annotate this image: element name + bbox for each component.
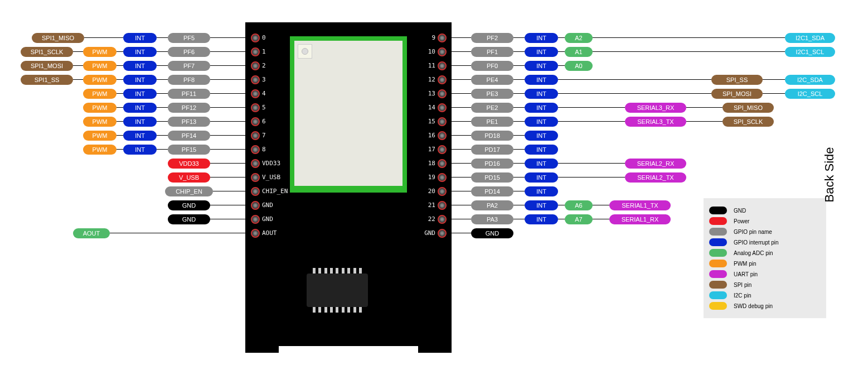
wire: [593, 37, 785, 38]
pin-label-gpio: PF7: [168, 61, 210, 71]
wire: [686, 121, 722, 122]
wire: [593, 219, 609, 219]
pin-label-i2c: I2C1_SCL: [785, 47, 835, 57]
pin-label-pwm: PWM: [83, 145, 117, 155]
wire: [513, 121, 525, 122]
pin-label-int: INT: [525, 172, 558, 183]
pin-hole-icon: [251, 33, 260, 42]
pin-label-gpio: PF11: [168, 89, 210, 99]
wire: [763, 79, 785, 80]
pin-label-gpio: PF1: [471, 47, 513, 57]
legend-label: GPIO pin name: [734, 229, 772, 235]
legend-swatch: [709, 207, 727, 214]
pin-number-label: 20: [428, 188, 435, 195]
wire: [73, 51, 83, 52]
wire: [210, 149, 244, 150]
pin-label-int: INT: [123, 47, 157, 57]
wire: [117, 121, 123, 122]
pin-hole-icon: [438, 229, 447, 238]
pin-label-gpio: PE3: [471, 89, 513, 99]
pin-row: PE3INTSPI_MOSII2C_SCL: [454, 87, 835, 100]
pin-row: PF0INTA0: [454, 59, 593, 73]
pin-label-adc: A6: [565, 200, 593, 210]
pin-number-label: 5: [262, 104, 266, 111]
pin-label-gpio: PF14: [168, 131, 210, 141]
pin-label-spi: SPI_SS: [711, 75, 763, 85]
wire: [157, 107, 168, 108]
pin-hole-icon: [251, 47, 260, 56]
pin-row: PF2INTA2I2C1_SDA: [454, 31, 835, 45]
legend-label: Power: [734, 218, 749, 224]
pin-label-pwm: PWM: [83, 47, 117, 57]
pin-label-adc: A1: [565, 47, 593, 57]
pin-row: PE2INTSERIAL3_RXSPI_MISO: [454, 100, 774, 114]
pin-number-label: 1: [262, 48, 266, 55]
pin-number-label: 14: [428, 104, 435, 111]
pin-label-gpio: PE1: [471, 117, 513, 127]
pin-label-uart: SERIAL3_TX: [625, 117, 686, 127]
legend-row: PWM pin: [709, 260, 821, 267]
pin-hole-icon: [251, 131, 260, 140]
wire: [454, 65, 471, 66]
pin-label-int: INT: [123, 61, 157, 71]
pin-label-int: INT: [525, 75, 558, 85]
legend-label: SPI pin: [734, 282, 751, 288]
pin-number-label: V_USB: [262, 174, 280, 181]
pin-label-uart: SERIAL1_RX: [609, 214, 671, 224]
pin-row: PWMINTPF14: [83, 128, 244, 142]
pin-row: PD14INT: [454, 184, 558, 198]
pin-label-gpio: PF12: [168, 103, 210, 113]
pin-row: PWMINTPF12: [83, 100, 244, 114]
pin-row: SPI1_SSPWMINTPF8: [21, 73, 244, 87]
pin-row: PD18INT: [454, 128, 558, 142]
board: [245, 22, 452, 346]
wire: [558, 205, 565, 205]
pin-label-pwm: PWM: [83, 75, 117, 85]
pin-label-gpio: PD15: [471, 172, 513, 183]
pin-label-int: INT: [525, 159, 558, 169]
wire: [454, 79, 471, 80]
wire: [210, 65, 244, 66]
pin-number-label: GND: [424, 229, 435, 237]
pin-hole-icon: [438, 215, 447, 224]
pin-number-label: 0: [262, 34, 266, 41]
pin-label-gnd: GND: [168, 200, 210, 210]
wire: [73, 65, 83, 66]
pin-number-label: 18: [428, 160, 435, 167]
pin-hole-icon: [438, 61, 447, 70]
pin-label-pwm: PWM: [83, 89, 117, 99]
wire: [558, 37, 565, 38]
legend-label: Analog ADC pin: [734, 250, 773, 256]
pin-hole-icon: [438, 103, 447, 112]
wire: [593, 205, 609, 205]
wire: [513, 163, 525, 164]
wire: [210, 177, 244, 177]
pin-hole-icon: [438, 187, 447, 196]
pin-number-label: CHIP_EN: [262, 188, 288, 195]
wire: [210, 93, 244, 94]
pin-label-spi: SPI_SCLK: [722, 117, 774, 127]
wire: [558, 121, 625, 122]
pin-label-int: INT: [525, 89, 558, 99]
wire: [73, 79, 83, 80]
pin-number-label: 12: [428, 76, 435, 83]
wire: [157, 135, 168, 136]
pin-hole-icon: [438, 159, 447, 168]
pin-label-adc: AOUT: [73, 228, 110, 238]
pin-label-gpio: CHIP_EN: [165, 186, 213, 196]
wire: [513, 135, 525, 136]
pin-hole-icon: [251, 159, 260, 168]
wire: [513, 149, 525, 150]
pin-number-label: 13: [428, 90, 435, 97]
pin-label-gpio: PE4: [471, 75, 513, 85]
pin-hole-icon: [438, 33, 447, 42]
wire: [763, 93, 785, 94]
pin-label-i2c: I2C1_SDA: [785, 33, 835, 43]
pin-label-int: INT: [525, 33, 558, 43]
pin-number-label: 17: [428, 146, 435, 153]
pin-label-int: INT: [525, 186, 558, 196]
module-antenna-icon: [298, 44, 312, 59]
pin-label-int: INT: [525, 131, 558, 141]
side-label: Back Side: [822, 147, 836, 202]
wire: [513, 93, 525, 94]
